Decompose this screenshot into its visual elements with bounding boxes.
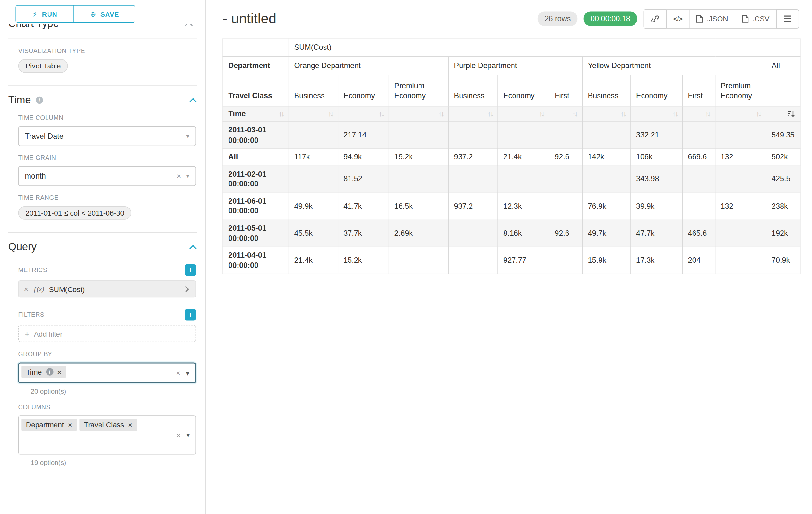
chip-remove-icon[interactable]: × <box>128 421 132 429</box>
pivot-cell <box>549 247 582 274</box>
selected-option-chip: Travel Class× <box>79 418 137 431</box>
pivot-cell: 19.2k <box>389 149 449 166</box>
group-by-select[interactable]: Timei× × ▾ <box>18 362 196 383</box>
pivot-cell: 41.7k <box>338 193 389 220</box>
export-csv-label: .CSV <box>753 15 770 23</box>
sort-toggle-icon[interactable]: ↑↓ <box>756 110 761 118</box>
sort-toggle-icon[interactable]: ↑↓ <box>620 110 625 118</box>
hamburger-menu-icon <box>783 15 792 23</box>
pivot-cell: 39.9k <box>631 193 683 220</box>
travel-class-axis-label: Travel Class <box>223 75 289 106</box>
export-json-label: .JSON <box>707 15 728 23</box>
travel-class-header: Economy <box>498 75 549 106</box>
pivot-cell: 2.69k <box>389 220 449 247</box>
collapse-chevron-icon[interactable] <box>189 244 197 250</box>
pivot-row: 2011-03-01 00:00:00217.14332.21549.35 <box>223 122 800 149</box>
save-button[interactable]: ⊕ SAVE <box>74 5 136 23</box>
clear-icon[interactable]: × <box>176 431 181 439</box>
travel-class-header: Premium Economy <box>389 75 449 106</box>
code-icon: </> <box>673 15 682 23</box>
pivot-cell <box>715 247 766 274</box>
remove-metric-icon[interactable]: × <box>24 285 28 293</box>
time-column-label: TIME COLUMN <box>18 114 196 122</box>
selected-option-chip: Timei× <box>21 366 66 378</box>
department-group-header: Purple Department <box>449 56 582 75</box>
column-sort-header: ↑↓ <box>389 106 449 122</box>
corner-cell <box>223 38 289 56</box>
sort-toggle-icon[interactable]: ↑↓ <box>672 110 677 118</box>
pivot-row-label: 2011-05-01 00:00:00 <box>223 220 289 247</box>
copy-link-button[interactable] <box>643 9 667 28</box>
sort-toggle-icon[interactable]: ↑↓ <box>438 110 443 118</box>
pivot-cell <box>449 166 498 193</box>
sort-toggle-icon[interactable]: ↑↓ <box>488 110 493 118</box>
time-column-select[interactable]: Travel Date ▾ <box>18 126 196 146</box>
add-filter-plus-button[interactable]: + <box>185 309 196 321</box>
sort-toggle-icon[interactable]: ↑↓ <box>379 110 383 118</box>
view-query-button[interactable]: </> <box>666 9 689 28</box>
pivot-cell <box>498 122 549 149</box>
chip-remove-icon[interactable]: × <box>57 368 61 376</box>
caret-down-icon[interactable]: ▾ <box>186 369 190 377</box>
pivot-cell: 332.21 <box>631 122 683 149</box>
time-grain-value: month <box>25 172 46 180</box>
column-info-icon[interactable]: i <box>46 368 53 376</box>
caret-down-icon: ▾ <box>186 132 190 140</box>
clear-icon[interactable]: × <box>177 172 181 180</box>
metric-option[interactable]: × ƒ(x) SUM(Cost) <box>18 280 196 297</box>
pivot-cell: 937.2 <box>449 193 498 220</box>
run-button[interactable]: ⚡ RUN <box>16 5 74 23</box>
sort-toggle-icon[interactable]: ↑↓ <box>279 110 283 118</box>
time-section-header[interactable]: Time i <box>8 94 197 106</box>
travel-class-header: Business <box>582 75 631 106</box>
pivot-cell <box>449 122 498 149</box>
pivot-cell: 70.9k <box>766 247 801 274</box>
time-section-title: Time <box>8 94 31 106</box>
add-filter-button[interactable]: + Add filter <box>18 325 196 342</box>
query-section-title: Query <box>8 241 37 253</box>
time-range-value[interactable]: 2011-01-01 ≤ col < 2011-06-30 <box>18 206 132 220</box>
time-range-label: TIME RANGE <box>18 194 196 202</box>
chip-remove-icon[interactable]: × <box>68 421 72 429</box>
chevron-right-icon[interactable] <box>185 285 190 293</box>
pivot-cell <box>289 122 338 149</box>
pivot-table: SUM(Cost)DepartmentOrange DepartmentPurp… <box>223 38 801 274</box>
function-icon: ƒ(x) <box>33 285 44 293</box>
travel-class-header: Business <box>449 75 498 106</box>
visualization-type-label: VISUALIZATION TYPE <box>18 47 196 55</box>
department-axis-label: Department <box>223 56 289 75</box>
column-sort-header: ↑↓ <box>683 106 716 122</box>
pivot-cell: 465.6 <box>683 220 716 247</box>
add-metric-button[interactable]: + <box>185 264 196 276</box>
query-section-header[interactable]: Query <box>8 241 197 253</box>
collapse-chevron-icon[interactable] <box>189 97 197 103</box>
sort-toggle-icon[interactable]: ↑↓ <box>328 110 333 118</box>
pivot-cell <box>683 166 716 193</box>
pivot-cell: 92.6 <box>549 220 582 247</box>
sort-toggle-icon[interactable]: ↑↓ <box>572 110 577 118</box>
metric-header: SUM(Cost) <box>289 38 801 56</box>
pivot-cell: 81.52 <box>338 166 389 193</box>
row-count-badge: 26 rows <box>538 11 577 26</box>
sort-descending-icon[interactable] <box>787 110 795 117</box>
export-json-button[interactable]: .JSON <box>689 9 735 28</box>
pivot-cell <box>683 122 716 149</box>
export-csv-button[interactable]: .CSV <box>735 9 777 28</box>
clear-icon[interactable]: × <box>176 369 180 377</box>
sort-toggle-icon[interactable]: ↑↓ <box>705 110 710 118</box>
column-sort-header: ↑↓ <box>582 106 631 122</box>
columns-select[interactable]: Department×Travel Class× × ▾ <box>18 415 196 454</box>
menu-button[interactable] <box>776 9 799 28</box>
pivot-cell <box>715 122 766 149</box>
chart-title[interactable]: - untitled <box>223 10 276 27</box>
visualization-type-value[interactable]: Pivot Table <box>18 59 68 73</box>
pivot-cell: 669.6 <box>683 149 716 166</box>
query-timer-badge: 00:00:00.18 <box>584 11 637 26</box>
time-grain-select[interactable]: month × ▾ <box>18 166 196 186</box>
sort-toggle-icon[interactable]: ↑↓ <box>539 110 544 118</box>
department-group-header: All <box>766 56 801 75</box>
caret-down-icon[interactable]: ▾ <box>186 431 190 439</box>
time-sort-header: Time↑↓ <box>223 106 289 122</box>
travel-class-header: Economy <box>338 75 389 106</box>
pivot-cell <box>389 166 449 193</box>
